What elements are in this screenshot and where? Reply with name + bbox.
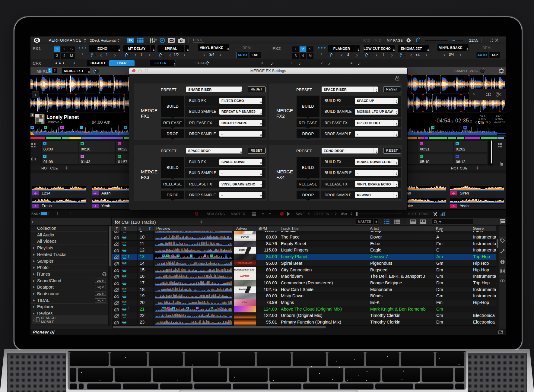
track-row-20[interactable]: 20ES-K73.99MngnsEs-KFmHip-Hop bbox=[112, 299, 499, 306]
pad-mode-grid-icon[interactable] bbox=[498, 143, 502, 147]
cfx-filter-select[interactable]: FILTER bbox=[150, 60, 176, 66]
build-fx-select[interactable]: SPACE DOWN bbox=[219, 159, 262, 165]
fx-select-stepper[interactable] bbox=[116, 45, 120, 52]
link-tracks-icon[interactable] bbox=[485, 92, 491, 97]
sampler-erase-button[interactable]: ERASE bbox=[419, 212, 431, 216]
beats-increase-arrow[interactable] bbox=[425, 54, 428, 57]
hot-cue-scroll-thumb[interactable] bbox=[491, 141, 492, 163]
select-stepper[interactable] bbox=[393, 159, 398, 165]
select-stepper[interactable] bbox=[393, 131, 398, 137]
select-stepper[interactable] bbox=[393, 120, 398, 126]
fx2-slot1-select[interactable]: FLANGER bbox=[328, 45, 360, 52]
preset-select[interactable]: SPACE DROP bbox=[186, 148, 242, 153]
preset-reset-button[interactable]: RESET bbox=[383, 148, 401, 153]
fx-bpm-auto-button[interactable]: AUTO bbox=[236, 52, 248, 58]
sample-play-tag[interactable] bbox=[450, 191, 457, 195]
release-fx-select[interactable]: VINYL BRAKE ECHO bbox=[219, 181, 262, 187]
select-stepper[interactable] bbox=[393, 98, 398, 104]
fx-assign-tab-1[interactable]: 1 bbox=[292, 46, 299, 52]
table-scrollbar-horizontal[interactable] bbox=[112, 326, 499, 329]
rec-icon[interactable] bbox=[160, 38, 165, 43]
track-row-11[interactable]: 1184.76Empty StreetEsbeFmInstrumental bbox=[112, 241, 499, 247]
minimize-button[interactable] bbox=[484, 41, 487, 41]
track-preview-waveform[interactable] bbox=[155, 241, 232, 247]
fx-assign-tab-4[interactable]: 4 bbox=[61, 53, 68, 59]
hot-cue-cell-A[interactable]: A00:00 bbox=[41, 141, 78, 152]
preset-stepper[interactable] bbox=[373, 87, 378, 92]
fx2-release-fx-select[interactable]: VINYL BRAKE bbox=[437, 44, 469, 51]
track-preview-waveform[interactable] bbox=[155, 280, 232, 286]
hot-cue-cell-D[interactable]: D01:02 bbox=[454, 141, 487, 152]
track-row-18[interactable]: 18Bust Free //102.75How Can I SmileMonon… bbox=[112, 286, 499, 293]
beats-decrease-arrow[interactable] bbox=[341, 54, 343, 57]
up-down-chevrons[interactable] bbox=[427, 48, 430, 52]
playlist-title[interactable]: for CGI (120 Tracks) bbox=[115, 220, 156, 225]
select-stepper[interactable] bbox=[258, 109, 262, 115]
expand-arrow-icon[interactable] bbox=[33, 273, 35, 276]
fx1-slot2-knob[interactable] bbox=[125, 52, 131, 58]
fx1-slot3-knob[interactable] bbox=[159, 52, 165, 58]
login-button[interactable]: Log in bbox=[95, 298, 106, 302]
fx2-slot3-select[interactable]: ENIGMA JET bbox=[398, 45, 429, 52]
fx-select-stepper[interactable] bbox=[184, 45, 189, 52]
beats-decrease-arrow[interactable] bbox=[169, 54, 171, 57]
drop-sample-select[interactable]: - bbox=[219, 192, 262, 198]
login-button[interactable]: Log in bbox=[95, 279, 106, 283]
hot-cue-cell-B[interactable]: B00:10 bbox=[79, 141, 116, 152]
sampler-mute-button[interactable]: MUTE bbox=[408, 212, 418, 216]
layout-selector-chevrons[interactable] bbox=[117, 39, 120, 42]
fx-select-stepper[interactable] bbox=[425, 45, 429, 52]
fx-assign-tab-4[interactable]: 4 bbox=[300, 53, 306, 59]
track-row-21[interactable]: 221ABCDEFGH124.00Above The Cloud (Origin… bbox=[112, 306, 499, 313]
fx-assign-tab-3[interactable]: 3 bbox=[292, 53, 299, 59]
sidebar-item-itunes[interactable]: iTunes bbox=[30, 271, 109, 277]
link-icon[interactable] bbox=[500, 279, 505, 283]
fx-assign-tab-3[interactable]: 3 bbox=[54, 53, 60, 59]
hot-cue-cell-E[interactable]: E01:08 bbox=[41, 153, 78, 165]
fx2-slot3-knob[interactable] bbox=[399, 52, 405, 58]
tag-icon[interactable] bbox=[500, 239, 505, 243]
preset-select[interactable]: ECHO DROP bbox=[322, 148, 378, 153]
up-down-chevrons[interactable] bbox=[260, 194, 262, 198]
sync-icon[interactable] bbox=[102, 272, 106, 276]
deck-load-target-stepper[interactable] bbox=[373, 219, 378, 225]
track-preview-waveform[interactable] bbox=[155, 287, 232, 292]
select-stepper[interactable] bbox=[258, 181, 262, 187]
sequence-position-slider[interactable] bbox=[356, 213, 402, 214]
up-down-chevrons[interactable] bbox=[395, 122, 398, 126]
drop-sample-select[interactable]: REWIND bbox=[355, 192, 398, 198]
up-down-chevrons[interactable] bbox=[395, 161, 398, 165]
hot-cue-cell-G[interactable]: G05:10 bbox=[418, 153, 453, 165]
sample-play-tag[interactable] bbox=[92, 204, 99, 208]
cfx-mode-dot[interactable] bbox=[56, 62, 57, 64]
up-down-chevrons[interactable] bbox=[375, 89, 378, 92]
mfx-select[interactable]: MERGE FX 1 bbox=[62, 68, 90, 74]
my-page-tab[interactable]: MY PAGE bbox=[387, 39, 403, 42]
track-row-17[interactable]: 17108.00Commodore (Remastered)Boogie Bel… bbox=[112, 280, 499, 286]
info-icon[interactable] bbox=[500, 260, 505, 264]
track-preview-waveform[interactable] bbox=[155, 231, 232, 233]
search-filter-dropdown-icon[interactable] bbox=[439, 221, 441, 223]
mode-selector-chevrons[interactable] bbox=[84, 38, 87, 42]
track-preview-waveform[interactable] bbox=[155, 248, 232, 253]
column-header-#[interactable]: # bbox=[139, 226, 141, 231]
dialog-title-bar[interactable]: MERGE FX Settings bbox=[129, 68, 407, 74]
artwork-list-view-icon[interactable] bbox=[420, 220, 426, 224]
column-header-key[interactable]: Key bbox=[436, 226, 443, 231]
sidebar-item-beatport[interactable]: BeatportLog in bbox=[30, 284, 109, 290]
column-header-bpm[interactable]: BPM bbox=[259, 226, 267, 231]
column-header-genre[interactable]: Genre bbox=[473, 226, 484, 231]
beats-decrease-arrow[interactable] bbox=[100, 54, 102, 57]
sample-play-tag[interactable] bbox=[32, 191, 39, 195]
sidebar-item-soundcloud[interactable]: SoundCloudLog in bbox=[30, 277, 109, 284]
track-preview-waveform[interactable] bbox=[155, 293, 232, 299]
up-down-chevrons[interactable] bbox=[395, 194, 398, 198]
mfx-knob[interactable] bbox=[93, 68, 100, 74]
fx1-slot1-knob[interactable] bbox=[91, 52, 97, 58]
track-preview-waveform[interactable] bbox=[155, 235, 232, 240]
fx1-release-fx-select[interactable]: VINYL BRAKE bbox=[198, 44, 229, 51]
select-stepper[interactable] bbox=[258, 170, 262, 176]
column-header-track-title[interactable]: Track Title bbox=[281, 226, 298, 231]
export-icon[interactable] bbox=[498, 330, 504, 334]
expand-arrow-icon[interactable] bbox=[33, 286, 35, 289]
